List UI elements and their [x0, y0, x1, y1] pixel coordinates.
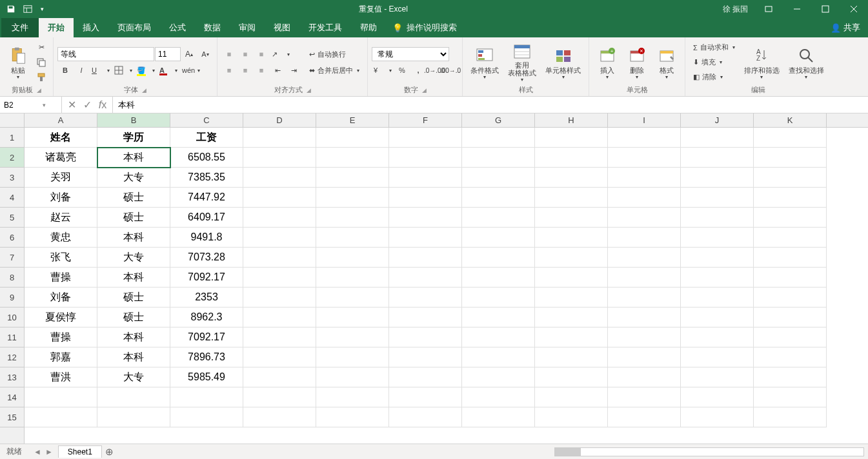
row-header-9[interactable]: 9: [0, 288, 24, 308]
cell-H6[interactable]: [535, 228, 608, 248]
cell-G4[interactable]: [462, 188, 535, 208]
share-button[interactable]: 👤 共享: [823, 18, 868, 37]
cell-F9[interactable]: [389, 288, 462, 308]
column-header-F[interactable]: F: [389, 113, 462, 127]
cell-H10[interactable]: [535, 308, 608, 327]
row-header-12[interactable]: 12: [0, 347, 24, 367]
cell-H15[interactable]: [535, 407, 608, 427]
cell-H11[interactable]: [535, 327, 608, 347]
tab-page-layout[interactable]: 页面布局: [108, 18, 160, 37]
cell-I2[interactable]: [608, 148, 681, 168]
cell-D13[interactable]: [243, 367, 316, 387]
paste-button[interactable]: 粘贴 ▾: [4, 41, 32, 84]
autosum-button[interactable]: Σ自动求和▾: [689, 41, 739, 55]
cell-H8[interactable]: [535, 268, 608, 288]
cell-G8[interactable]: [462, 268, 535, 288]
add-sheet-button[interactable]: ⊕: [102, 446, 117, 458]
cell-B4[interactable]: 硕士: [97, 188, 170, 208]
cell-C4[interactable]: 7447.92: [170, 188, 243, 208]
cell-J13[interactable]: [681, 367, 754, 387]
cell-K12[interactable]: [754, 347, 827, 367]
cell-A10[interactable]: 夏侯惇: [25, 308, 97, 327]
cell-A13[interactable]: 曹洪: [25, 367, 97, 387]
cell-C13[interactable]: 5985.49: [170, 367, 243, 387]
cell-E14[interactable]: [316, 387, 389, 407]
cell-F8[interactable]: [389, 268, 462, 288]
tab-formulas[interactable]: 公式: [160, 18, 195, 37]
underline-button[interactable]: U▾: [90, 63, 112, 77]
align-top-button[interactable]: ≡: [221, 47, 237, 61]
cell-C2[interactable]: 6508.55: [170, 148, 243, 168]
cell-B11[interactable]: 本科: [97, 327, 170, 347]
save-icon[interactable]: [4, 2, 18, 16]
cell-A2[interactable]: 诸葛亮: [25, 148, 97, 168]
close-button[interactable]: [840, 0, 868, 18]
cell-C12[interactable]: 7896.73: [170, 347, 243, 367]
sheet-prev-icon[interactable]: ◄: [32, 447, 43, 456]
cell-A6[interactable]: 黄忠: [25, 228, 97, 248]
cell-B1[interactable]: 学历: [97, 128, 170, 148]
cell-K14[interactable]: [754, 387, 827, 407]
cell-F14[interactable]: [389, 387, 462, 407]
cell-A4[interactable]: 刘备: [25, 188, 97, 208]
tab-insert[interactable]: 插入: [74, 18, 108, 37]
cell-E13[interactable]: [316, 367, 389, 387]
font-dialog-icon[interactable]: ◢: [142, 87, 146, 93]
cell-D10[interactable]: [243, 308, 316, 327]
cell-H9[interactable]: [535, 288, 608, 308]
cell-J8[interactable]: [681, 268, 754, 288]
cell-D14[interactable]: [243, 387, 316, 407]
cell-F15[interactable]: [389, 407, 462, 427]
cell-B12[interactable]: 本科: [97, 347, 170, 367]
align-middle-button[interactable]: ≡: [237, 47, 253, 61]
align-center-button[interactable]: ≡: [237, 63, 253, 77]
cell-F2[interactable]: [389, 148, 462, 168]
row-header-14[interactable]: 14: [0, 387, 24, 407]
fill-button[interactable]: ⬇填充▾: [689, 55, 739, 70]
cell-E3[interactable]: [316, 168, 389, 188]
cell-D15[interactable]: [243, 407, 316, 427]
cell-K2[interactable]: [754, 148, 827, 168]
cell-D4[interactable]: [243, 188, 316, 208]
format-cells-button[interactable]: 格式▾: [652, 41, 681, 84]
cell-A9[interactable]: 刘备: [25, 288, 97, 308]
customize-qat-icon[interactable]: ▾: [37, 2, 46, 16]
column-header-G[interactable]: G: [462, 113, 535, 127]
cell-F11[interactable]: [389, 327, 462, 347]
cell-B5[interactable]: 硕士: [97, 208, 170, 228]
tell-me[interactable]: 💡 操作说明搜索: [386, 18, 463, 37]
cell-C9[interactable]: 2353: [170, 288, 243, 308]
cell-E9[interactable]: [316, 288, 389, 308]
decrease-font-button[interactable]: A▾: [197, 47, 213, 61]
cell-G14[interactable]: [462, 387, 535, 407]
cell-J11[interactable]: [681, 327, 754, 347]
cell-C14[interactable]: [170, 387, 243, 407]
cell-A11[interactable]: 曹操: [25, 327, 97, 347]
cell-D8[interactable]: [243, 268, 316, 288]
column-header-K[interactable]: K: [754, 113, 827, 127]
tab-developer[interactable]: 开发工具: [299, 18, 351, 37]
scrollbar-thumb[interactable]: [555, 448, 581, 456]
cell-styles-button[interactable]: 单元格样式▾: [541, 41, 585, 84]
column-header-H[interactable]: H: [535, 113, 608, 127]
cell-G6[interactable]: [462, 228, 535, 248]
cell-A7[interactable]: 张飞: [25, 248, 97, 268]
cell-B8[interactable]: 本科: [97, 268, 170, 288]
cancel-edit-button[interactable]: ✕: [65, 98, 79, 112]
cell-F10[interactable]: [389, 308, 462, 327]
insert-function-button[interactable]: fx: [96, 98, 110, 112]
cell-B14[interactable]: [97, 387, 170, 407]
cell-K10[interactable]: [754, 308, 827, 327]
cell-J5[interactable]: [681, 208, 754, 228]
cell-B3[interactable]: 大专: [97, 168, 170, 188]
align-bottom-button[interactable]: ≡: [254, 47, 269, 61]
cell-K6[interactable]: [754, 228, 827, 248]
cell-F3[interactable]: [389, 168, 462, 188]
user-name[interactable]: 徐 振国: [716, 4, 754, 15]
cell-I1[interactable]: [608, 128, 681, 148]
cell-A3[interactable]: 关羽: [25, 168, 97, 188]
cell-A15[interactable]: [25, 407, 97, 427]
cell-H12[interactable]: [535, 347, 608, 367]
number-dialog-icon[interactable]: ◢: [422, 87, 427, 93]
cell-H1[interactable]: [535, 128, 608, 148]
